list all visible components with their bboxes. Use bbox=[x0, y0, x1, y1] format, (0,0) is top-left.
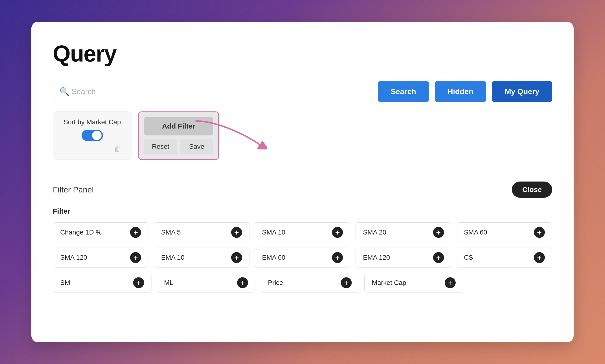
filter-chip-ml[interactable]: ML + bbox=[157, 273, 255, 293]
sort-label: Sort by Market Cap bbox=[64, 118, 121, 126]
toggle-knob bbox=[92, 131, 102, 140]
filter-panel-title: Filter Panel bbox=[53, 185, 94, 194]
my-query-button[interactable]: My Query bbox=[492, 81, 552, 102]
filter-chip-marketcap[interactable]: Market Cap + bbox=[364, 273, 463, 293]
add-price-icon[interactable]: + bbox=[341, 277, 352, 288]
filter-popup: Add Filter Reset Save bbox=[138, 111, 219, 160]
search-input[interactable] bbox=[53, 81, 372, 102]
search-button[interactable]: Search bbox=[378, 81, 429, 102]
filter-row-2: SM + ML + Price + Market Cap + bbox=[53, 273, 552, 293]
filter-chip-ema60[interactable]: EMA 60 + bbox=[255, 247, 350, 268]
top-row: 🔍 Search Hidden My Query bbox=[53, 81, 552, 102]
add-filter-button[interactable]: Add Filter bbox=[144, 117, 213, 135]
add-change1d-icon[interactable]: + bbox=[130, 227, 141, 238]
add-sma60-icon[interactable]: + bbox=[534, 227, 545, 238]
filter-chip-cs[interactable]: CS + bbox=[457, 247, 552, 268]
filter-chip-sm[interactable]: SM + bbox=[53, 273, 151, 293]
add-ema10-icon[interactable]: + bbox=[231, 252, 242, 263]
add-sm-icon[interactable]: + bbox=[133, 277, 144, 288]
filter-chip-ema120[interactable]: EMA 120 + bbox=[356, 247, 451, 268]
filter-row-0: Change 1D % + SMA 5 + SMA 10 + SMA 20 + … bbox=[53, 222, 552, 242]
filter-popup-bottom: Reset Save bbox=[144, 139, 213, 155]
add-sma20-icon[interactable]: + bbox=[433, 227, 444, 238]
add-ml-icon[interactable]: + bbox=[237, 277, 248, 288]
filter-chip-price[interactable]: Price + bbox=[261, 273, 359, 293]
hidden-button[interactable]: Hidden bbox=[435, 81, 486, 102]
page-title: Query bbox=[53, 41, 552, 67]
filter-chip-sma5[interactable]: SMA 5 + bbox=[154, 222, 249, 242]
sort-toggle[interactable] bbox=[81, 130, 103, 141]
toggle-wrapper bbox=[81, 130, 103, 141]
add-sma5-icon[interactable]: + bbox=[231, 227, 242, 238]
add-marketcap-icon[interactable]: + bbox=[445, 277, 456, 288]
filter-panel-header: Filter Panel Close bbox=[53, 172, 552, 198]
controls-row: Sort by Market Cap 🗑 Add Filter Reset Sa… bbox=[53, 111, 552, 160]
filter-row-1: SMA 120 + EMA 10 + EMA 60 + EMA 120 + CS… bbox=[53, 247, 552, 268]
trash-row: 🗑 bbox=[64, 145, 121, 153]
add-ema60-icon[interactable]: + bbox=[332, 252, 343, 263]
add-cs-icon[interactable]: + bbox=[534, 252, 545, 263]
add-sma10-icon[interactable]: + bbox=[332, 227, 343, 238]
trash-icon[interactable]: 🗑 bbox=[114, 145, 121, 153]
save-button[interactable]: Save bbox=[180, 139, 213, 155]
main-card: Query 🔍 Search Hidden My Query Sort by M… bbox=[31, 22, 574, 342]
filter-chip-sma20[interactable]: SMA 20 + bbox=[356, 222, 451, 242]
sort-card: Sort by Market Cap 🗑 bbox=[53, 111, 132, 160]
close-button[interactable]: Close bbox=[512, 182, 552, 198]
search-wrapper: 🔍 bbox=[53, 81, 372, 102]
filter-chip-ema10[interactable]: EMA 10 + bbox=[154, 247, 249, 268]
filter-chip-sma60[interactable]: SMA 60 + bbox=[457, 222, 552, 242]
filter-chip-sma120[interactable]: SMA 120 + bbox=[53, 247, 148, 268]
filter-chip-change1d[interactable]: Change 1D % + bbox=[53, 222, 148, 242]
filter-chip-sma10[interactable]: SMA 10 + bbox=[255, 222, 350, 242]
filter-grid: Change 1D % + SMA 5 + SMA 10 + SMA 20 + … bbox=[53, 222, 552, 293]
reset-button[interactable]: Reset bbox=[144, 139, 177, 155]
filter-section-title: Filter bbox=[53, 207, 552, 215]
add-sma120-icon[interactable]: + bbox=[130, 252, 141, 263]
add-ema120-icon[interactable]: + bbox=[433, 252, 444, 263]
